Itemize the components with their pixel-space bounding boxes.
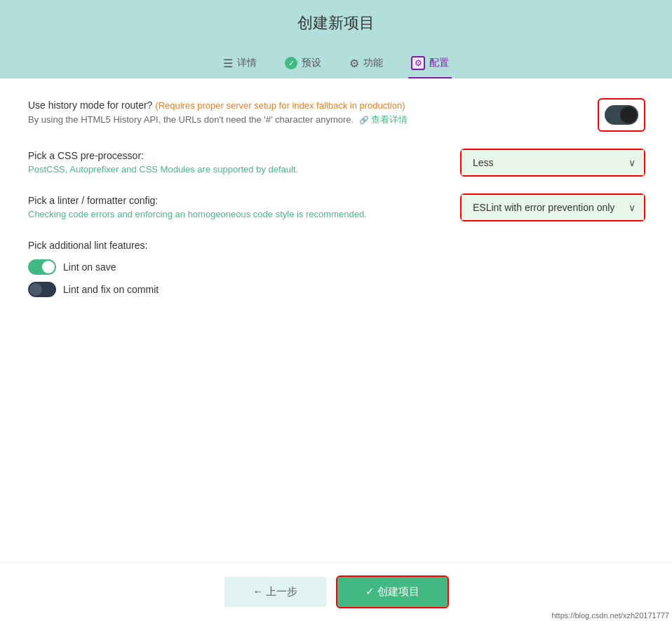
tab-config[interactable]: ⚙ 配置: [408, 50, 452, 79]
lint-on-commit-toggle[interactable]: [28, 282, 56, 297]
history-mode-label: Use history mode for router? (Requires p…: [28, 100, 449, 111]
history-toggle-wrapper: [599, 100, 644, 130]
lint-on-save-toggle[interactable]: [28, 259, 56, 275]
lint-on-commit-knob: [29, 283, 42, 296]
history-desc-text: By using the HTML5 History API, the URLs…: [28, 114, 354, 125]
lint-on-commit-label: Lint and fix on commit: [63, 284, 159, 295]
history-toggle-knob: [620, 107, 637, 123]
tab-preset[interactable]: ✓ 预设: [282, 51, 324, 78]
lint-on-save-option: Lint on save: [28, 259, 644, 275]
main-content: Use history mode for router? (Requires p…: [0, 79, 672, 338]
linter-select[interactable]: ESLint with error prevention only ESLint…: [462, 195, 644, 220]
tab-details[interactable]: ☰ 详情: [220, 51, 260, 79]
history-toggle[interactable]: [605, 105, 638, 125]
linter-select-container: ESLint with error prevention only ESLint…: [462, 195, 644, 220]
lines-icon: ☰: [223, 57, 233, 70]
tab-details-label: 详情: [237, 57, 257, 69]
lint-on-save-knob: [42, 261, 55, 273]
page-title: 创建新项目: [0, 13, 672, 34]
linter-desc: Checking code errors and enforcing an ho…: [28, 209, 448, 219]
check-circle-icon: ✓: [285, 57, 297, 69]
lint-features-label: Pick additional lint features:: [28, 240, 644, 251]
css-processor-select-container: Less Sass/SCSS (with dart-sass) Sass/SCS…: [462, 150, 644, 175]
header: 创建新项目 ☰ 详情 ✓ 预设 ⚙ 功能 ⚙ 配置: [0, 0, 672, 79]
history-mode-link[interactable]: 查看详情: [371, 114, 408, 125]
history-mode-section: Use history mode for router? (Requires p…: [28, 100, 644, 130]
tab-preset-label: 预设: [302, 57, 321, 69]
history-mode-warning: (Requires proper server setup for index …: [155, 100, 405, 111]
css-processor-right: Less Sass/SCSS (with dart-sass) Sass/SCS…: [462, 150, 644, 175]
external-link-icon: 🔗: [359, 116, 369, 125]
tab-bar: ☰ 详情 ✓ 预设 ⚙ 功能 ⚙ 配置: [0, 45, 672, 79]
tab-config-label: 配置: [429, 57, 449, 69]
css-processor-section: Pick a CSS pre-processor: PostCSS, Autop…: [28, 150, 644, 175]
history-mode-right: [599, 100, 644, 130]
history-mode-desc: By using the HTML5 History API, the URLs…: [28, 114, 449, 126]
history-mode-text: Use history mode for router?: [28, 100, 152, 111]
people-icon: ⚙: [349, 57, 359, 70]
css-processor-label: Pick a CSS pre-processor:: [28, 150, 448, 161]
tab-features-label: 功能: [363, 57, 383, 69]
linter-label: Pick a linter / formatter config:: [28, 195, 448, 206]
css-processor-select-wrapper: Less Sass/SCSS (with dart-sass) Sass/SCS…: [462, 150, 644, 175]
gear-icon: ⚙: [411, 56, 425, 70]
linter-select-wrapper: ESLint with error prevention only ESLint…: [462, 195, 644, 220]
css-processor-left: Pick a CSS pre-processor: PostCSS, Autop…: [28, 150, 448, 175]
tab-features[interactable]: ⚙ 功能: [347, 51, 386, 79]
css-processor-desc: PostCSS, Autoprefixer and CSS Modules ar…: [28, 164, 448, 175]
lint-features-section: Pick additional lint features: Lint on s…: [28, 240, 644, 297]
linter-left: Pick a linter / formatter config: Checki…: [28, 195, 448, 219]
linter-section: Pick a linter / formatter config: Checki…: [28, 195, 644, 220]
css-processor-select[interactable]: Less Sass/SCSS (with dart-sass) Sass/SCS…: [462, 150, 644, 175]
linter-right: ESLint with error prevention only ESLint…: [462, 195, 644, 220]
lint-on-save-label: Lint on save: [63, 261, 116, 273]
history-mode-left: Use history mode for router? (Requires p…: [28, 100, 449, 126]
lint-on-commit-option: Lint and fix on commit: [28, 282, 644, 297]
